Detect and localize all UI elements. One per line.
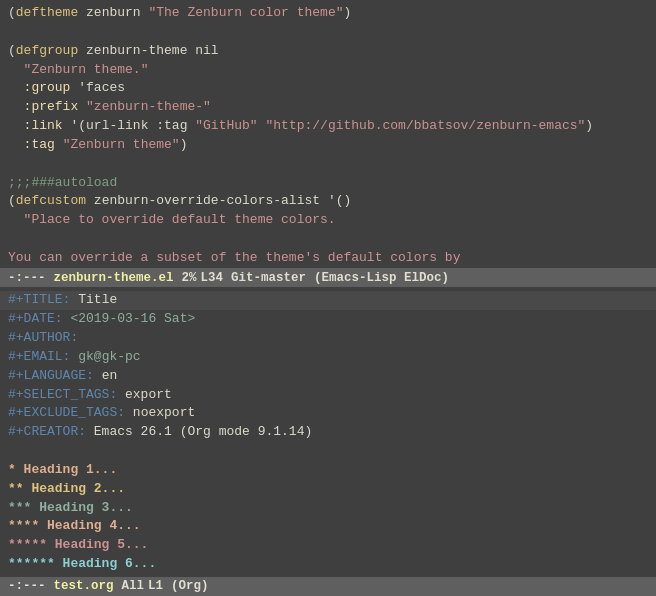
code-line: (defgroup zenburn-theme nil [0, 42, 656, 61]
code-line [0, 442, 656, 461]
code-line: #+EXCLUDE_TAGS: noexport [0, 404, 656, 423]
code-line: "Place to override default theme colors. [0, 211, 656, 230]
bottom-pane: #+TITLE: Title#+DATE: <2019-03-16 Sat>#+… [0, 287, 656, 576]
status-top-git: Git-master [231, 271, 306, 285]
status-bottom-line: L1 [148, 579, 163, 593]
status-top-position: -:--- [8, 271, 46, 285]
code-line: ****** Heading 6... [0, 555, 656, 574]
code-line [0, 155, 656, 174]
code-line: **** Heading 4... [0, 517, 656, 536]
status-bottom-position: -:--- [8, 579, 46, 593]
code-line: * Heading 1... [0, 461, 656, 480]
code-line: #+SELECT_TAGS: export [0, 386, 656, 405]
code-line: :tag "Zenburn theme") [0, 136, 656, 155]
code-line: #+AUTHOR: [0, 329, 656, 348]
code-line: ** Heading 2... [0, 480, 656, 499]
code-line: #+CREATOR: Emacs 26.1 (Org mode 9.1.14) [0, 423, 656, 442]
code-line: You can override a subset of the theme's… [0, 249, 656, 268]
code-line: :group 'faces [0, 79, 656, 98]
status-bottom-filename: test.org [54, 579, 114, 593]
code-line: #+EMAIL: gk@gk-pc [0, 348, 656, 367]
status-bottom-percent: All [122, 579, 145, 593]
code-line: ***** Heading 5... [0, 536, 656, 555]
code-line: :prefix "zenburn-theme-" [0, 98, 656, 117]
status-bottom-mode: (Org) [171, 579, 209, 593]
code-line: "Zenburn theme." [0, 61, 656, 80]
code-line: (deftheme zenburn "The Zenburn color the… [0, 4, 656, 23]
status-top-percent: 2% [182, 271, 197, 285]
code-line: ;;;###autoload [0, 174, 656, 193]
code-line: #+LANGUAGE: en [0, 367, 656, 386]
code-line: (defcustom zenburn-override-colors-alist… [0, 192, 656, 211]
top-pane: (deftheme zenburn "The Zenburn color the… [0, 0, 656, 268]
code-line: #+TITLE: Title [0, 291, 656, 310]
status-top-line: L34 [201, 271, 224, 285]
status-top-filename: zenburn-theme.el [54, 271, 174, 285]
status-top-mode: (Emacs-Lisp ElDoc) [314, 271, 449, 285]
code-line [0, 23, 656, 42]
editor-container: (deftheme zenburn "The Zenburn color the… [0, 0, 656, 596]
code-line [0, 230, 656, 249]
status-bar-bottom: -:--- test.org All L1 (Org) [0, 577, 656, 596]
code-line: #+DATE: <2019-03-16 Sat> [0, 310, 656, 329]
code-line: :link '(url-link :tag "GitHub" "http://g… [0, 117, 656, 136]
code-line: *** Heading 3... [0, 499, 656, 518]
status-bar-top: -:--- zenburn-theme.el 2% L34 Git-master… [0, 268, 656, 287]
